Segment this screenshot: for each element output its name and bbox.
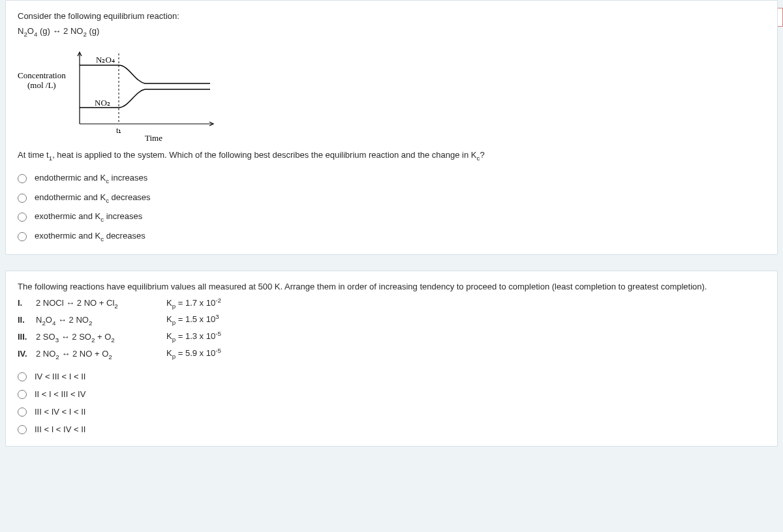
- equilibrium-graph: N₂O₄ NO₂ Concentration (mol /L) t₁ Time: [18, 46, 220, 143]
- reaction-kp-2: Kp = 1.5 x 103: [166, 313, 219, 326]
- q2-radio-d[interactable]: [18, 425, 27, 434]
- reaction-kp-4: Kp = 5.9 x 10-5: [166, 347, 221, 360]
- q1-option-a[interactable]: endothermic and Kc increases: [18, 173, 765, 185]
- q2-option-b[interactable]: II < I < III < IV: [18, 389, 765, 399]
- q1-option-b[interactable]: endothermic and Kc decreases: [18, 192, 765, 204]
- reactions-table: I. 2 NOCl ↔ 2 NO + Cl2 Kp = 1.7 x 10-2 I…: [18, 297, 765, 361]
- q1-options: endothermic and Kc increases endothermic…: [18, 173, 765, 242]
- graph-label-no2: NO₂: [95, 98, 110, 108]
- reaction-kp-3: Kp = 1.3 x 10-5: [166, 330, 221, 343]
- question-2-card: The following reactions have equilibrium…: [5, 271, 778, 447]
- q1-option-d-label: exothermic and Kc decreases: [35, 231, 146, 243]
- q2-option-b-label: II < I < III < IV: [35, 389, 85, 399]
- q2-option-c[interactable]: III < IV < I < II: [18, 407, 765, 417]
- reaction-num-3: III.: [18, 332, 36, 342]
- q1-radio-d[interactable]: [18, 232, 27, 241]
- q2-option-d[interactable]: III < I < IV < II: [18, 424, 765, 434]
- reaction-eq-3: 2 SO3 ↔ 2 SO2 + O2: [36, 332, 166, 344]
- graph-label-n2o4: N₂O₄: [96, 55, 115, 65]
- reaction-row-2: II. N2O4 ↔ 2 NO2 Kp = 1.5 x 103: [18, 313, 765, 326]
- q1-after-graph: At time t1, heat is applied to the syste…: [18, 150, 765, 162]
- reaction-eq-4: 2 NO2 ↔ 2 NO + O2: [36, 349, 166, 361]
- q2-option-d-label: III < I < IV < II: [35, 424, 85, 434]
- reaction-eq-1: 2 NOCl ↔ 2 NO + Cl2: [36, 298, 166, 310]
- q1-equation: N2O4 (g) ↔ 2 NO2 (g): [18, 26, 765, 38]
- q2-radio-b[interactable]: [18, 390, 27, 399]
- q1-radio-b[interactable]: [18, 194, 27, 203]
- q1-radio-c[interactable]: [18, 213, 27, 222]
- graph-xlabel: Time: [145, 133, 162, 143]
- reaction-row-1: I. 2 NOCl ↔ 2 NO + Cl2 Kp = 1.7 x 10-2: [18, 297, 765, 310]
- q2-option-c-label: III < IV < I < II: [35, 407, 85, 417]
- reaction-eq-2: N2O4 ↔ 2 NO2: [36, 315, 166, 327]
- q2-option-a-label: IV < III < I < II: [35, 372, 85, 381]
- reaction-num-2: II.: [18, 315, 36, 325]
- q1-option-c[interactable]: exothermic and Kc increases: [18, 211, 765, 223]
- q2-radio-c[interactable]: [18, 407, 27, 417]
- reaction-num-1: I.: [18, 298, 36, 308]
- q1-prompt: Consider the following equilibrium react…: [18, 11, 765, 21]
- graph-ylabel: Concentration: [18, 70, 66, 80]
- q2-prompt: The following reactions have equilibrium…: [18, 282, 765, 291]
- graph-t1: t₁: [116, 126, 121, 135]
- q2-options: IV < III < I < II II < I < III < IV III …: [18, 372, 765, 434]
- reaction-row-3: III. 2 SO3 ↔ 2 SO2 + O2 Kp = 1.3 x 10-5: [18, 330, 765, 343]
- graph-yunit: (mol /L): [27, 80, 56, 90]
- q2-option-a[interactable]: IV < III < I < II: [18, 372, 765, 381]
- q1-radio-a[interactable]: [18, 174, 27, 183]
- q1-option-a-label: endothermic and Kc increases: [35, 173, 147, 185]
- q2-radio-a[interactable]: [18, 372, 27, 381]
- reaction-kp-1: Kp = 1.7 x 10-2: [166, 297, 221, 310]
- q1-option-b-label: endothermic and Kc decreases: [35, 192, 151, 204]
- reaction-num-4: IV.: [18, 349, 36, 359]
- q1-option-d[interactable]: exothermic and Kc decreases: [18, 231, 765, 243]
- reaction-row-4: IV. 2 NO2 ↔ 2 NO + O2 Kp = 5.9 x 10-5: [18, 347, 765, 360]
- question-1-card: Consider the following equilibrium react…: [5, 0, 778, 255]
- q1-option-c-label: exothermic and Kc increases: [35, 211, 142, 223]
